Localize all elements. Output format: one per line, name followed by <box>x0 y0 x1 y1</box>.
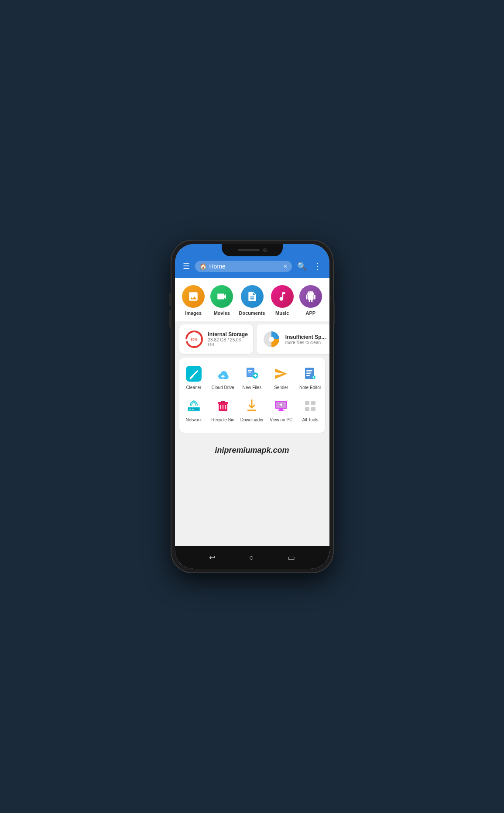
phone-device: ☰ 🏠 Home ✕ 🔍 ⋮ <box>171 241 333 572</box>
tool-new-files[interactable]: New Files <box>240 365 264 390</box>
svg-rect-14 <box>306 373 311 374</box>
volume-down-button[interactable] <box>169 310 171 328</box>
speaker <box>238 249 260 251</box>
new-files-label: New Files <box>243 385 262 390</box>
network-icon <box>185 397 203 415</box>
storage-title: Internal Storage <box>208 331 248 338</box>
sender-icon <box>272 365 290 383</box>
breadcrumb[interactable]: 🏠 Home ✕ <box>195 261 292 272</box>
tools-row-1: Cleaner Cloud Drive <box>179 363 325 395</box>
watermark-text: inipremiumapk.com <box>215 446 289 455</box>
category-movies[interactable]: Movies <box>210 285 233 316</box>
svg-rect-12 <box>306 370 312 371</box>
cleaner-icon <box>185 365 203 383</box>
home-button[interactable]: ○ <box>249 553 254 562</box>
insufficient-title: Insufficient Sp... <box>285 334 326 340</box>
power-button[interactable] <box>333 302 335 324</box>
tool-network[interactable]: Network <box>182 397 206 422</box>
phone-screen: ☰ 🏠 Home ✕ 🔍 ⋮ <box>175 244 329 569</box>
note-editor-icon <box>301 365 319 383</box>
svg-rect-8 <box>248 370 252 371</box>
downloader-icon <box>243 397 261 415</box>
tools-card: Cleaner Cloud Drive <box>179 358 325 433</box>
svg-rect-34 <box>305 407 309 411</box>
search-button[interactable]: 🔍 <box>295 260 309 273</box>
svg-rect-23 <box>221 401 225 403</box>
svg-rect-27 <box>247 410 256 411</box>
note-editor-label: Note Editor <box>299 385 321 390</box>
tool-cloud-drive[interactable]: Cloud Drive <box>211 365 235 390</box>
svg-rect-15 <box>306 375 310 376</box>
insufficient-space-card[interactable]: Insufficient Sp... more files to clean <box>257 324 329 354</box>
camera <box>263 248 267 252</box>
cloud-drive-label: Cloud Drive <box>212 385 234 390</box>
storage-percent: 95% <box>190 338 197 341</box>
recent-button[interactable]: ▭ <box>288 553 295 562</box>
tools-row-2: Network <box>179 395 325 427</box>
documents-label: Documents <box>239 310 265 316</box>
tool-all-tools[interactable]: All Tools <box>298 397 322 422</box>
insufficient-info: Insufficient Sp... more files to clean <box>285 334 326 345</box>
screen-content: ☰ 🏠 Home ✕ 🔍 ⋮ <box>175 244 329 569</box>
svg-rect-25 <box>223 405 223 409</box>
images-icon <box>182 285 205 308</box>
svg-rect-13 <box>306 372 312 372</box>
storage-gauge: 95% <box>185 330 204 349</box>
downloader-label: Downloader <box>240 417 264 422</box>
music-icon <box>271 285 294 308</box>
all-tools-icon <box>301 397 319 415</box>
more-options-button[interactable]: ⋮ <box>312 260 323 273</box>
svg-rect-24 <box>220 405 221 409</box>
svg-rect-20 <box>192 409 194 410</box>
svg-rect-19 <box>189 409 191 410</box>
menu-button[interactable]: ☰ <box>181 260 192 273</box>
volume-up-button[interactable] <box>169 293 171 306</box>
close-breadcrumb-button[interactable]: ✕ <box>283 263 288 269</box>
new-files-icon <box>243 365 261 383</box>
tool-downloader[interactable]: Downloader <box>240 397 264 422</box>
insufficient-subtitle: more files to clean <box>285 340 326 345</box>
tool-view-on-pc[interactable]: View on PC <box>269 397 293 422</box>
storage-subtitle: 23.82 GB / 25.03 GB <box>208 338 248 347</box>
svg-rect-9 <box>248 372 251 372</box>
category-music[interactable]: Music <box>271 285 294 316</box>
svg-rect-30 <box>279 409 283 410</box>
svg-point-3 <box>269 337 274 342</box>
pie-chart-icon <box>262 330 281 349</box>
svg-rect-33 <box>311 401 315 405</box>
category-documents[interactable]: Documents <box>239 285 265 316</box>
tool-sender[interactable]: Sender <box>269 365 293 390</box>
notch <box>222 244 283 256</box>
tool-recycle-bin[interactable]: Recycle Bin <box>211 397 235 422</box>
cloud-drive-icon <box>214 365 232 383</box>
cleaner-label: Cleaner <box>186 385 201 390</box>
category-app[interactable]: APP <box>299 285 322 316</box>
movies-icon <box>210 285 233 308</box>
back-button[interactable]: ↩ <box>209 553 216 562</box>
all-tools-label: All Tools <box>302 417 319 422</box>
storage-info: Internal Storage 23.82 GB / 25.03 GB <box>208 331 248 347</box>
recycle-bin-icon <box>214 397 232 415</box>
svg-rect-26 <box>225 405 226 409</box>
home-icon: 🏠 <box>199 263 207 270</box>
breadcrumb-label: Home <box>209 263 226 270</box>
internal-storage-card[interactable]: 95% Internal Storage 23.82 GB / 25.03 GB <box>179 324 253 354</box>
storage-row: 95% Internal Storage 23.82 GB / 25.03 GB <box>175 324 329 354</box>
images-label: Images <box>185 310 202 316</box>
svg-rect-32 <box>305 401 309 405</box>
main-content: Images Movies <box>175 278 329 546</box>
tool-note-editor[interactable]: Note Editor <box>298 365 322 390</box>
sender-label: Sender <box>274 385 288 390</box>
music-label: Music <box>275 310 289 316</box>
view-on-pc-icon <box>272 397 290 415</box>
tool-cleaner[interactable]: Cleaner <box>182 365 206 390</box>
network-label: Network <box>186 417 202 422</box>
category-images[interactable]: Images <box>182 285 205 316</box>
bottom-nav: ↩ ○ ▭ <box>175 546 329 569</box>
app-label: APP <box>306 310 316 316</box>
recycle-bin-label: Recycle Bin <box>211 417 234 422</box>
svg-rect-31 <box>278 410 285 411</box>
app-icon <box>299 285 322 308</box>
svg-rect-35 <box>311 407 315 411</box>
watermark-area: inipremiumapk.com <box>175 433 329 476</box>
